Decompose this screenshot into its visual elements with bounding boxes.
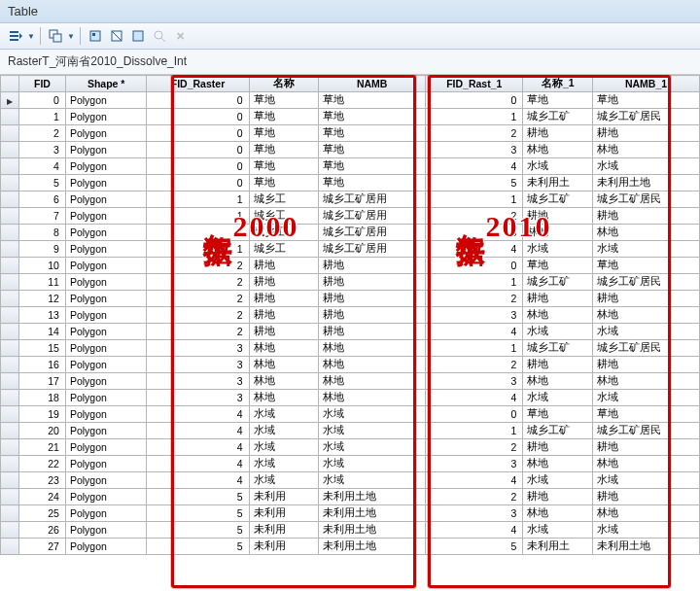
cell-fid[interactable]: 5: [19, 175, 66, 191]
cell-fid[interactable]: 26: [19, 522, 66, 539]
row-selector[interactable]: [1, 340, 19, 357]
cell-namb1[interactable]: 林地: [593, 225, 700, 241]
row-selector[interactable]: [1, 225, 19, 241]
col-fid-rast1[interactable]: FID_Rast_1: [426, 76, 523, 92]
cell-fid-raster[interactable]: 2: [147, 324, 249, 340]
row-selector[interactable]: [1, 324, 19, 340]
cell-shape[interactable]: Polygon: [65, 373, 147, 390]
cell-name[interactable]: 草地: [249, 92, 319, 109]
cell-fid[interactable]: 6: [19, 191, 66, 208]
cell-fid-raster[interactable]: 1: [147, 191, 249, 208]
cell-name[interactable]: 林地: [249, 340, 319, 357]
cell-name[interactable]: 水域: [249, 406, 319, 423]
cell-name[interactable]: 未利用: [249, 522, 319, 539]
table-row[interactable]: 22Polygon4水域水域3林地林地: [1, 456, 700, 472]
cell-fid-raster[interactable]: 4: [147, 456, 249, 472]
row-selector[interactable]: [1, 125, 19, 142]
cell-namb1[interactable]: 耕地: [593, 291, 700, 307]
cell-namb[interactable]: 耕地: [319, 291, 426, 307]
cell-fid[interactable]: 7: [19, 208, 66, 225]
table-row[interactable]: 1Polygon0草地草地1城乡工矿城乡工矿居民: [1, 109, 700, 125]
table-row[interactable]: 9Polygon1城乡工城乡工矿居用4水域水域: [1, 241, 700, 258]
cell-namb1[interactable]: 林地: [593, 373, 700, 390]
cell-shape[interactable]: Polygon: [65, 423, 147, 439]
cell-name1[interactable]: 水域: [523, 472, 593, 489]
cell-fid-rast1[interactable]: 2: [426, 208, 523, 225]
table-row[interactable]: 10Polygon2耕地耕地0草地草地: [1, 258, 700, 274]
cell-fid-rast1[interactable]: 4: [426, 324, 523, 340]
cell-shape[interactable]: Polygon: [65, 489, 147, 505]
cell-shape[interactable]: Polygon: [65, 241, 147, 258]
cell-shape[interactable]: Polygon: [65, 208, 147, 225]
table-row[interactable]: 21Polygon4水域水域2耕地耕地: [1, 439, 700, 456]
cell-shape[interactable]: Polygon: [65, 522, 147, 539]
table-row[interactable]: 18Polygon3林地林地4水域水域: [1, 390, 700, 406]
cell-fid[interactable]: 18: [19, 390, 66, 406]
cell-namb1[interactable]: 林地: [593, 505, 700, 522]
cell-fid[interactable]: 19: [19, 406, 66, 423]
cell-fid-rast1[interactable]: 3: [426, 456, 523, 472]
row-selector[interactable]: [1, 92, 19, 109]
cell-fid-raster[interactable]: 4: [147, 423, 249, 439]
cell-name1[interactable]: 城乡工矿: [523, 109, 593, 125]
col-fid-raster[interactable]: FID_Raster: [147, 76, 249, 92]
cell-shape[interactable]: Polygon: [65, 109, 147, 125]
cell-fid-raster[interactable]: 5: [147, 522, 249, 539]
cell-shape[interactable]: Polygon: [65, 390, 147, 406]
cell-fid-raster[interactable]: 2: [147, 291, 249, 307]
cell-fid-rast1[interactable]: 3: [426, 307, 523, 324]
cell-namb1[interactable]: 耕地: [593, 357, 700, 373]
table-options-icon[interactable]: [6, 26, 25, 46]
table-row[interactable]: 16Polygon3林地林地2耕地耕地: [1, 357, 700, 373]
table-row[interactable]: 17Polygon3林地林地3林地林地: [1, 373, 700, 390]
row-selector[interactable]: [1, 423, 19, 439]
cell-name1[interactable]: 未利用土: [523, 175, 593, 191]
row-selector[interactable]: [1, 258, 19, 274]
cell-fid-raster[interactable]: 5: [147, 539, 249, 555]
row-selector[interactable]: [1, 109, 19, 125]
cell-name[interactable]: 水域: [249, 439, 319, 456]
cell-namb1[interactable]: 耕地: [593, 439, 700, 456]
table-row[interactable]: 27Polygon5未利用未利用土地5未利用土未利用土地: [1, 539, 700, 555]
cell-fid[interactable]: 2: [19, 125, 66, 142]
cell-shape[interactable]: Polygon: [65, 472, 147, 489]
cell-fid-raster[interactable]: 0: [147, 92, 249, 109]
table-row[interactable]: 14Polygon2耕地耕地4水域水域: [1, 324, 700, 340]
cell-fid-raster[interactable]: 2: [147, 307, 249, 324]
cell-name[interactable]: 耕地: [249, 307, 319, 324]
row-selector[interactable]: [1, 175, 19, 191]
cell-fid-rast1[interactable]: 1: [426, 340, 523, 357]
row-selector[interactable]: [1, 241, 19, 258]
cell-namb1[interactable]: 水域: [593, 472, 700, 489]
cell-namb[interactable]: 林地: [319, 373, 426, 390]
cell-namb[interactable]: 草地: [319, 125, 426, 142]
row-selector[interactable]: [1, 489, 19, 505]
cell-namb1[interactable]: 水域: [593, 158, 700, 175]
row-selector[interactable]: [1, 505, 19, 522]
cell-name1[interactable]: 林地: [523, 505, 593, 522]
cell-namb[interactable]: 未利用土地: [319, 505, 426, 522]
cell-fid-rast1[interactable]: 0: [426, 92, 523, 109]
table-row[interactable]: 0Polygon0草地草地0草地草地: [1, 92, 700, 109]
row-selector[interactable]: [1, 390, 19, 406]
table-row[interactable]: 12Polygon2耕地耕地2耕地耕地: [1, 291, 700, 307]
cell-name1[interactable]: 耕地: [523, 439, 593, 456]
cell-name1[interactable]: 耕地: [523, 291, 593, 307]
cell-namb[interactable]: 草地: [319, 142, 426, 158]
cell-name1[interactable]: 耕地: [523, 125, 593, 142]
cell-namb1[interactable]: 耕地: [593, 208, 700, 225]
cell-namb1[interactable]: 城乡工矿居民: [593, 109, 700, 125]
cell-namb1[interactable]: 水域: [593, 522, 700, 539]
table-row[interactable]: 5Polygon0草地草地5未利用土未利用土地: [1, 175, 700, 191]
cell-namb[interactable]: 城乡工矿居用: [319, 191, 426, 208]
cell-name[interactable]: 未利用: [249, 489, 319, 505]
cell-namb[interactable]: 城乡工矿居用: [319, 225, 426, 241]
cell-name1[interactable]: 水域: [523, 522, 593, 539]
table-row[interactable]: 7Polygon1城乡工城乡工矿居用2耕地耕地: [1, 208, 700, 225]
cell-fid[interactable]: 12: [19, 291, 66, 307]
cell-name1[interactable]: 城乡工矿: [523, 191, 593, 208]
cell-name[interactable]: 城乡工: [249, 225, 319, 241]
cell-name[interactable]: 未利用: [249, 539, 319, 555]
col-fid[interactable]: FID: [19, 76, 66, 92]
cell-name1[interactable]: 林地: [523, 456, 593, 472]
